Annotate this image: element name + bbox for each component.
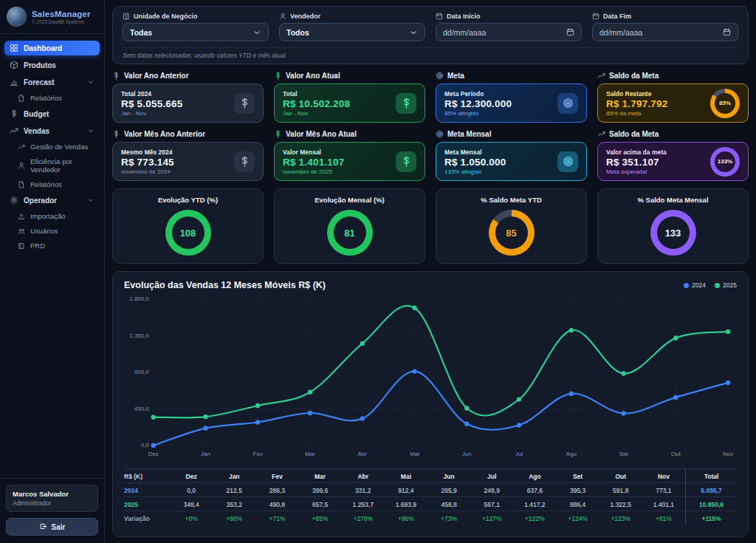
donut-gauge-3: 133 — [650, 210, 696, 256]
table-cell: 286,3 — [255, 487, 298, 494]
legend-dot — [715, 283, 720, 288]
filter-group-data-inicio: Data Iníciodd/mm/aaaa — [436, 13, 582, 41]
kpi-value: R$ 1.797.792 — [606, 98, 667, 109]
sidebar-item-produtos[interactable]: Produtos — [4, 58, 100, 72]
table-cell: +0% — [170, 515, 213, 522]
kpi-amber-3: Saldo da MetaSaldo RestanteR$ 1.797.7928… — [597, 72, 749, 123]
bar-chart-icon — [10, 78, 18, 86]
unidade-de-negocio-select[interactable]: Todas — [123, 23, 269, 41]
sidebar-item-budget[interactable]: Budget — [4, 106, 100, 121]
trending-up-icon — [10, 126, 18, 135]
table-column-header: Ago — [513, 473, 556, 480]
gauge-row: Evolução YTD (%)108Evolução Mensal (%)81… — [112, 188, 749, 264]
sidebar-item-forecast[interactable]: Forecast — [4, 75, 100, 89]
filter-label-text: Vendedor — [290, 13, 320, 20]
document-icon — [18, 95, 25, 102]
donut-value: 133% — [710, 147, 740, 177]
table-cell: 1.401,1 — [642, 501, 685, 508]
svg-text:Mai: Mai — [410, 451, 419, 457]
data-fim-input[interactable]: dd/mm/aaaa — [592, 23, 738, 41]
data-inicio-input[interactable]: dd/mm/aaaa — [436, 23, 582, 41]
sidebar-item-forecast-relatorios[interactable]: Relatórios — [13, 92, 100, 104]
sidebar-item-vendas-relatorios[interactable]: Relatórios — [13, 178, 100, 191]
sidebar-item-label: Relatórios — [30, 180, 62, 188]
svg-text:0,0: 0,0 — [141, 442, 150, 448]
sidebar-item-gestao-de-vendas[interactable]: Gestão de Vendas — [13, 140, 100, 153]
donut-gauge-1: 81 — [327, 210, 373, 256]
sidebar-item-vendas[interactable]: Vendas — [4, 123, 100, 138]
kpi-header: Valor Mês Ano Anterior — [112, 130, 264, 138]
svg-text:900,0: 900,0 — [134, 369, 149, 375]
filter-label: Data Fim — [592, 13, 738, 20]
sidebar-item-dashboard[interactable]: Dashboard — [4, 41, 100, 55]
kpi-card: Total 2024R$ 5.055.665Jan - Nov — [112, 83, 264, 123]
table-cell: 886,4 — [557, 501, 599, 508]
kpi-subtitle: Jan - Nov — [283, 110, 350, 117]
vendedor-select[interactable]: Todos — [279, 23, 425, 41]
table-cell: 348,4 — [170, 501, 213, 508]
app-root: SalesManager © 2025 DashBI Systems Dashb… — [0, 0, 756, 543]
filter-label-text: Data Fim — [603, 13, 631, 20]
gauge-title: % Saldo Meta Mensal — [637, 196, 708, 204]
kpi-header-label: Valor Ano Anterior — [124, 72, 189, 80]
chevron-down-icon[interactable] — [87, 197, 94, 204]
table-row-label: 2024 — [124, 487, 170, 494]
table-cell: 353,2 — [213, 501, 255, 508]
table-column-header: Dez — [170, 473, 213, 480]
filter-value: Todas — [130, 28, 152, 37]
sidebar-item-usuarios[interactable]: Usuários — [13, 225, 100, 237]
table-total-cell: 5.055,7 — [685, 483, 737, 497]
target-icon — [436, 72, 444, 80]
chevron-down-icon[interactable] — [87, 78, 94, 86]
dollar-badge — [234, 151, 255, 172]
sales-table: R$ (K)DezJanFevMarAbrMaiJunJulAgoSetOutN… — [124, 468, 737, 525]
svg-text:Jan: Jan — [201, 451, 210, 457]
donut-value: 133 — [650, 210, 696, 256]
table-cell: +123% — [599, 515, 642, 522]
kpi-title: Total 2024 — [121, 90, 182, 98]
kpi-header-label: Saldo da Meta — [609, 72, 659, 80]
table-row-2024: 20240,0212,5286,3399,6331,2912,4265,9249… — [124, 483, 737, 497]
table-cell: 1.253,7 — [342, 501, 385, 508]
svg-text:Nov: Nov — [723, 451, 733, 457]
user-role: Administrador — [13, 499, 92, 507]
kpi-value: R$ 1.050.000 — [444, 157, 506, 168]
donut-value: 81 — [327, 210, 373, 256]
sidebar-item-importacao[interactable]: Importação — [13, 210, 100, 222]
sales-chart-card: Evolução das Vendas 12 Meses Móveis R$ (… — [112, 271, 749, 537]
logout-button[interactable]: Sair — [6, 518, 98, 536]
legend-item-2025[interactable]: 2025 — [715, 281, 737, 289]
sidebar-item-label: Operador — [24, 197, 57, 205]
kpi-title: Meta Mensal — [444, 148, 506, 156]
app-copyright: © 2025 DashBI Systems — [32, 19, 91, 24]
sidebar-item-label: Relatórios — [30, 94, 62, 102]
target-badge — [557, 151, 578, 172]
table-header-row: R$ (K)DezJanFevMarAbrMaiJunJulAgoSetOutN… — [124, 469, 737, 483]
calendar-icon — [566, 28, 574, 36]
app-logo — [7, 7, 27, 27]
kpi-header-label: Meta Mensal — [447, 130, 491, 138]
table-column-header: Nov — [642, 473, 685, 480]
kpi-card: Meta PeríodoR$ 12.300.00085% atingido — [436, 83, 587, 123]
book-icon — [18, 242, 25, 250]
sidebar-item-label: Dashboard — [24, 44, 62, 52]
filter-label: Vendedor — [279, 13, 425, 20]
kpi-value: R$ 1.401.107 — [283, 157, 344, 168]
sidebar-item-label: Eficiência por Vendedor — [30, 157, 95, 174]
sidebar-nav: DashboardProdutosForecastRelatóriosBudge… — [0, 38, 104, 478]
chevron-down-icon[interactable] — [87, 127, 94, 134]
sidebar-item-operador[interactable]: Operador — [4, 193, 100, 208]
sidebar-item-eficiencia-por-vendedor[interactable]: Eficiência por Vendedor — [13, 155, 100, 176]
filter-label: Unidade de Negócio — [123, 13, 269, 20]
table-cell: +65% — [299, 515, 342, 522]
line-chart: 0,0450,0900,01.350,01.800,0DezJanFevMarA… — [124, 293, 737, 462]
table-cell: 0,0 — [170, 487, 213, 494]
calendar-icon — [592, 13, 599, 20]
dollar-icon — [112, 72, 120, 80]
sidebar-item-prd[interactable]: PRD — [13, 239, 100, 252]
kpi-subtitle: Meta superada! — [606, 168, 667, 175]
legend-item-2024[interactable]: 2024 — [684, 281, 706, 289]
table-cell: 212,5 — [213, 487, 255, 494]
table-cell: 912,4 — [385, 487, 427, 494]
kpi-gray-4: Valor Mês Ano AnteriorMesmo Mês 2024R$ 7… — [112, 130, 264, 181]
